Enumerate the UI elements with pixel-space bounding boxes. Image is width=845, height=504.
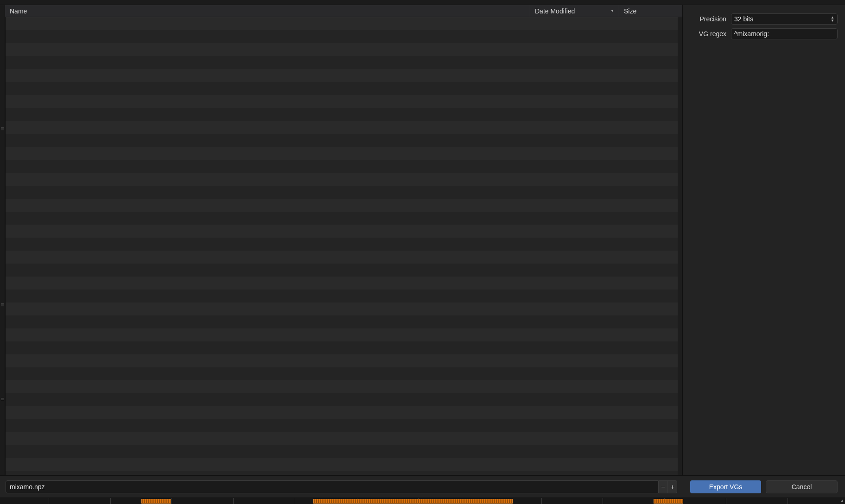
timeline-segment[interactable] bbox=[141, 499, 171, 504]
vg-regex-label: VG regex bbox=[690, 30, 726, 38]
timeline-segment[interactable] bbox=[313, 499, 513, 504]
vg-regex-input[interactable] bbox=[731, 28, 838, 39]
file-browser-column-headers: Name Date Modified ▼ Size bbox=[5, 5, 682, 17]
column-header-date-modified[interactable]: Date Modified ▼ bbox=[530, 5, 619, 17]
file-list[interactable] bbox=[5, 17, 682, 475]
filename-decrement-button[interactable]: − bbox=[659, 480, 668, 493]
option-row-vg-regex: VG regex bbox=[690, 28, 838, 39]
filename-input[interactable] bbox=[6, 480, 659, 493]
chevrons-up-down-icon: ▲▼ bbox=[831, 16, 834, 22]
column-header-size[interactable]: Size bbox=[619, 5, 682, 17]
column-header-name[interactable]: Name bbox=[5, 5, 530, 17]
filename-stepper: − + bbox=[6, 480, 677, 493]
sort-descending-icon: ▼ bbox=[607, 9, 614, 13]
option-row-precision: Precision 32 bits ▲▼ bbox=[690, 13, 838, 25]
left-resize-gutter[interactable] bbox=[0, 5, 5, 475]
precision-select[interactable]: 32 bits ▲▼ bbox=[731, 13, 838, 25]
file-browser-panel: Name Date Modified ▼ Size bbox=[5, 5, 683, 475]
chevron-up-icon[interactable]: ▲ bbox=[840, 498, 844, 503]
filename-increment-button[interactable]: + bbox=[668, 480, 677, 493]
export-options-panel: Precision 32 bits ▲▼ VG regex bbox=[683, 5, 845, 475]
cancel-button[interactable]: Cancel bbox=[766, 480, 838, 493]
export-button[interactable]: Export VGs bbox=[690, 480, 761, 493]
precision-select-value: 32 bits bbox=[734, 15, 753, 23]
precision-label: Precision bbox=[690, 15, 726, 23]
top-resize-strip[interactable] bbox=[0, 0, 845, 5]
file-list-scrollbar[interactable] bbox=[678, 17, 682, 475]
column-header-date-label: Date Modified bbox=[535, 7, 575, 15]
timeline-segment[interactable] bbox=[654, 499, 683, 504]
timeline-peek[interactable]: ▲ bbox=[0, 498, 845, 504]
footer-action-row: − + Export VGs Cancel bbox=[0, 475, 845, 498]
